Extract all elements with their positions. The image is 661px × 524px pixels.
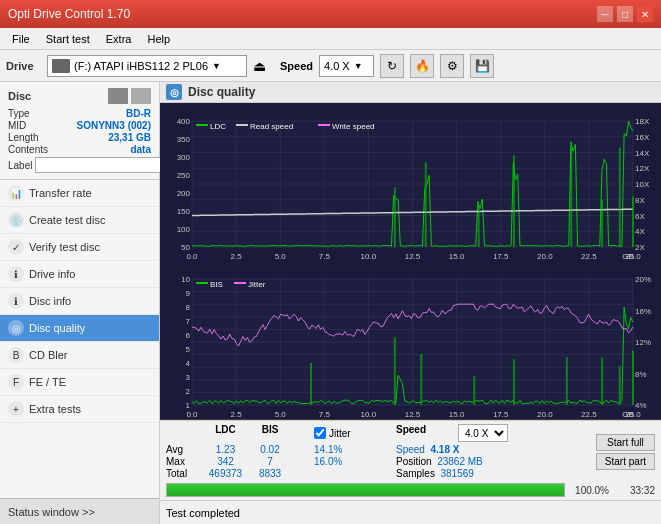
length-label: Length (8, 132, 39, 143)
avg-label: Avg (166, 444, 201, 455)
settings-button[interactable]: ⚙ (440, 54, 464, 78)
sidebar-item-disc-quality[interactable]: ◎ Disc quality (0, 315, 159, 342)
drive-bar: Drive (F:) ATAPI iHBS112 2 PL06 ▼ ⏏ Spee… (0, 50, 661, 82)
bis-header: BIS (250, 424, 290, 442)
extra-tests-icon: + (8, 401, 24, 417)
speed-col-header: Speed (396, 424, 456, 442)
transfer-rate-icon: 📊 (8, 185, 24, 201)
total-empty2 (314, 468, 394, 479)
menu-extra[interactable]: Extra (98, 31, 140, 47)
contents-value: data (130, 144, 151, 155)
sidebar-item-disc-info[interactable]: ℹ Disc info (0, 288, 159, 315)
fe-te-icon: F (8, 374, 24, 390)
total-bis: 8833 (250, 468, 290, 479)
content-area: ◎ Disc quality LDC BIS (160, 82, 661, 524)
maximize-button[interactable]: □ (617, 6, 633, 22)
samples-value: 381569 (440, 468, 473, 479)
avg-bis: 0.02 (250, 444, 290, 455)
disc-icon2[interactable] (131, 88, 151, 104)
sidebar: Disc Type BD-R MID SONYNN3 (002) Length … (0, 82, 160, 524)
sidebar-item-transfer-rate[interactable]: 📊 Transfer rate (0, 180, 159, 207)
disc-info-label: Disc info (29, 295, 71, 307)
speed-dropdown-container: 4.0 X 2.0 X 1.0 X (458, 424, 518, 442)
jitter-checkbox[interactable] (314, 427, 326, 439)
max-ldc: 342 (203, 456, 248, 467)
sidebar-item-verify-test-disc[interactable]: ✓ Verify test disc (0, 234, 159, 261)
menu-bar: File Start test Extra Help (0, 28, 661, 50)
position-info: Position 23862 MB (396, 456, 516, 467)
start-part-button[interactable]: Start part (596, 453, 655, 470)
sidebar-item-extra-tests[interactable]: + Extra tests (0, 396, 159, 423)
disc-label-label: Label (8, 160, 32, 171)
drive-label: Drive (6, 60, 41, 72)
menu-file[interactable]: File (4, 31, 38, 47)
drive-icon (52, 59, 70, 73)
progress-row: 100.0% 33:32 (166, 483, 655, 497)
start-full-button[interactable]: Start full (596, 434, 655, 451)
title-bar: Opti Drive Control 1.70 ─ □ ✕ (0, 0, 661, 28)
save-button[interactable]: 💾 (470, 54, 494, 78)
speed-dropdown-select[interactable]: 4.0 X 2.0 X 1.0 X (458, 424, 508, 442)
refresh-button[interactable]: ↻ (380, 54, 404, 78)
quality-icon: ◎ (166, 84, 182, 100)
bottom-panel: LDC BIS Jitter Speed 4.0 X 2.0 X (160, 420, 661, 500)
status-window-button[interactable]: Status window >> (0, 498, 159, 524)
cd-bler-icon: B (8, 347, 24, 363)
mid-value: SONYNN3 (002) (77, 120, 151, 131)
max-jitter: 16.0% (314, 456, 394, 467)
progress-percent: 100.0% (575, 485, 609, 496)
avg-empty (292, 444, 312, 455)
disc-label-input[interactable] (35, 157, 168, 173)
speed-select[interactable]: 4.0 X ▼ (319, 55, 374, 77)
minimize-button[interactable]: ─ (597, 6, 613, 22)
drive-info-label: Drive info (29, 268, 75, 280)
quality-header: ◎ Disc quality (160, 82, 661, 103)
position-value: 23862 MB (437, 456, 483, 467)
avg-ldc: 1.23 (203, 444, 248, 455)
speed-label: Speed (280, 60, 313, 72)
disc-panel: Disc Type BD-R MID SONYNN3 (002) Length … (0, 82, 159, 180)
close-button[interactable]: ✕ (637, 6, 653, 22)
main-layout: Disc Type BD-R MID SONYNN3 (002) Length … (0, 82, 661, 524)
jitter-header: Jitter (329, 428, 351, 439)
contents-label: Contents (8, 144, 48, 155)
sidebar-item-drive-info[interactable]: ℹ Drive info (0, 261, 159, 288)
nav-items: 📊 Transfer rate 💿 Create test disc ✓ Ver… (0, 180, 159, 498)
max-empty (292, 456, 312, 467)
progress-bar-container (166, 483, 565, 497)
status-text: Test completed (166, 507, 240, 519)
extra-tests-label: Extra tests (29, 403, 81, 415)
drive-select[interactable]: (F:) ATAPI iHBS112 2 PL06 ▼ (47, 55, 247, 77)
create-test-icon: 💿 (8, 212, 24, 228)
type-value: BD-R (126, 108, 151, 119)
verify-test-label: Verify test disc (29, 241, 100, 253)
sidebar-item-fe-te[interactable]: F FE / TE (0, 369, 159, 396)
charts-area (160, 103, 661, 420)
position-label: Position (396, 456, 432, 467)
window-controls: ─ □ ✕ (597, 6, 653, 22)
max-bis: 7 (250, 456, 290, 467)
sidebar-item-create-test-disc[interactable]: 💿 Create test disc (0, 207, 159, 234)
avg-jitter: 14.1% (314, 444, 394, 455)
status-bar: Test completed (160, 500, 661, 524)
stats-table: LDC BIS Jitter Speed 4.0 X 2.0 X (166, 424, 588, 479)
create-test-label: Create test disc (29, 214, 105, 226)
disc-info-icon: ℹ (8, 293, 24, 309)
menu-help[interactable]: Help (139, 31, 178, 47)
total-ldc: 469373 (203, 468, 248, 479)
fe-te-label: FE / TE (29, 376, 66, 388)
bottom-chart (160, 261, 661, 419)
disc-icon[interactable] (108, 88, 128, 104)
stats-empty (166, 424, 201, 442)
stats-row: LDC BIS Jitter Speed 4.0 X 2.0 X (166, 424, 655, 479)
top-chart (160, 103, 661, 261)
burn-button[interactable]: 🔥 (410, 54, 434, 78)
max-label: Max (166, 456, 201, 467)
total-label: Total (166, 468, 201, 479)
eject-icon[interactable]: ⏏ (253, 58, 266, 74)
drive-dropdown-arrow: ▼ (212, 61, 221, 71)
disc-quality-label: Disc quality (29, 322, 85, 334)
menu-start-test[interactable]: Start test (38, 31, 98, 47)
progress-bar-fill (167, 484, 564, 496)
sidebar-item-cd-bler[interactable]: B CD Bler (0, 342, 159, 369)
